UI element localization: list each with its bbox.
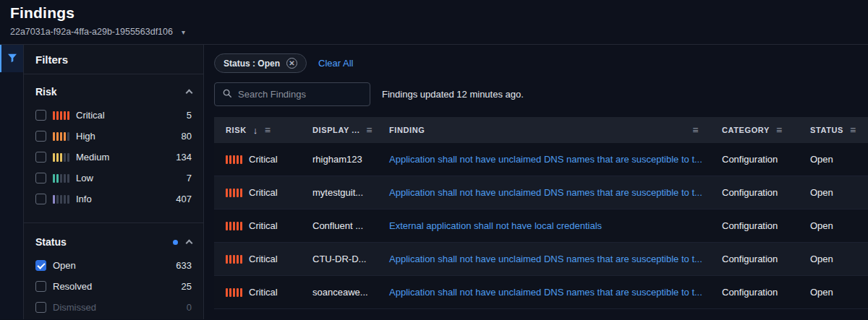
filter-item[interactable]: Dismissed 0 <box>35 297 192 318</box>
filter-item-count: 7 <box>187 173 192 183</box>
risk-cell: Critical <box>214 187 301 198</box>
checkbox[interactable] <box>35 194 46 204</box>
filter-item-count: 5 <box>187 110 192 121</box>
filter-sections: Risk Critical 5 High 80 Medium 134 Low 7… <box>24 74 203 319</box>
checkbox[interactable] <box>35 110 46 121</box>
checkbox[interactable] <box>35 302 46 313</box>
checkbox[interactable] <box>35 173 46 183</box>
status-open-filter-chip[interactable]: Status : Open ✕ <box>214 53 307 73</box>
findings-table: RISK ↓ ≡ DISPLAY ... ≡ FINDING ≡ CATEGOR… <box>214 117 868 309</box>
column-menu-icon[interactable]: ≡ <box>265 124 271 136</box>
remove-filter-icon[interactable]: ✕ <box>286 58 297 69</box>
filter-item[interactable]: Resolved 25 <box>35 276 192 297</box>
column-header-display[interactable]: DISPLAY ... ≡ <box>301 124 378 136</box>
funnel-icon <box>7 52 18 66</box>
column-label: DISPLAY ... <box>312 126 359 134</box>
search-input[interactable] <box>238 89 365 100</box>
risk-cell-label: Critical <box>249 220 278 231</box>
risk-cell: Critical <box>214 220 301 231</box>
column-label: STATUS <box>810 126 843 134</box>
column-menu-icon[interactable]: ≡ <box>692 124 699 136</box>
table-row[interactable]: Critical soanceawe... Application shall … <box>214 276 868 309</box>
table-row[interactable]: Critical mytestguit... Application shall… <box>214 176 868 209</box>
filter-section-title: Status <box>35 236 173 248</box>
column-header-category[interactable]: CATEGORY ≡ <box>710 124 799 136</box>
filter-item-count: 633 <box>176 260 192 271</box>
severity-bars-icon <box>53 132 69 141</box>
finding-link[interactable]: Application shall not have unclaimed DNS… <box>378 287 710 298</box>
column-menu-icon[interactable]: ≡ <box>776 124 783 136</box>
table-row[interactable]: Critical Confluent ... External applicat… <box>214 209 868 243</box>
filter-section: Risk Critical 5 High 80 Medium 134 Low 7… <box>24 74 203 217</box>
checkbox[interactable] <box>35 281 46 292</box>
display-cell: soanceawe... <box>301 287 378 298</box>
filter-item-count: 25 <box>182 281 192 292</box>
column-header-risk[interactable]: RISK ↓ ≡ <box>214 124 301 136</box>
filter-item-count: 0 <box>187 302 192 313</box>
display-cell: rhigham123 <box>301 154 378 165</box>
category-cell: Configuration <box>710 154 799 165</box>
active-filters-row: Status : Open ✕ Clear All <box>214 53 868 73</box>
category-cell: Configuration <box>710 187 799 198</box>
status-cell: Open <box>799 220 868 231</box>
table-row[interactable]: Critical rhigham123 Application shall no… <box>214 143 868 176</box>
search-row: Findings updated 12 minutes ago. <box>214 82 868 106</box>
chevron-up-icon[interactable] <box>186 240 193 247</box>
search-box[interactable] <box>214 82 370 106</box>
checkbox[interactable] <box>35 152 46 163</box>
column-menu-icon[interactable]: ≡ <box>366 124 373 136</box>
finding-link[interactable]: Application shall not have unclaimed DNS… <box>378 187 710 198</box>
chevron-up-icon[interactable] <box>186 90 193 97</box>
left-icon-strip <box>0 45 24 319</box>
status-cell: Open <box>799 187 868 198</box>
severity-bars-icon <box>53 195 69 204</box>
filter-section-title: Risk <box>35 86 187 98</box>
category-cell: Configuration <box>710 254 799 264</box>
filter-item[interactable]: Low 7 <box>35 168 192 189</box>
severity-bars-icon <box>226 288 242 297</box>
risk-cell-label: Critical <box>249 287 278 298</box>
filter-section-header[interactable]: Risk <box>35 77 192 105</box>
column-menu-icon[interactable]: ≡ <box>850 124 856 136</box>
filter-item-count: 134 <box>176 152 192 163</box>
severity-bars-icon <box>53 174 69 183</box>
category-cell: Configuration <box>710 220 799 231</box>
finding-link[interactable]: External application shall not have loca… <box>378 220 710 231</box>
finding-link[interactable]: Application shall not have unclaimed DNS… <box>378 254 710 264</box>
filter-chip-label: Status : Open <box>224 59 280 69</box>
filter-item[interactable]: High 80 <box>35 126 192 147</box>
filter-item-label: High <box>76 131 95 142</box>
filter-item[interactable]: Open 633 <box>35 255 192 276</box>
severity-bars-icon <box>53 111 69 120</box>
clear-all-link[interactable]: Clear All <box>318 58 353 69</box>
category-cell: Configuration <box>710 287 799 298</box>
display-cell: mytestguit... <box>301 187 378 198</box>
filters-toggle-button[interactable] <box>0 45 23 72</box>
column-header-finding[interactable]: FINDING ≡ <box>378 124 710 136</box>
table-header-row: RISK ↓ ≡ DISPLAY ... ≡ FINDING ≡ CATEGOR… <box>214 117 868 143</box>
active-filter-dot <box>173 240 178 245</box>
filter-item-label: Critical <box>76 110 105 121</box>
chevron-down-icon[interactable]: ▾ <box>182 28 185 36</box>
filters-panel: Filters Risk Critical 5 High 80 Medium 1… <box>24 45 204 319</box>
severity-bars-icon <box>226 189 242 197</box>
page-title: Findings <box>10 4 858 22</box>
checkbox[interactable] <box>35 260 46 271</box>
filter-item-label: Low <box>76 173 93 183</box>
status-cell: Open <box>799 287 868 298</box>
filter-item[interactable]: Medium 134 <box>35 147 192 168</box>
filter-item-count: 80 <box>182 131 192 142</box>
filter-item[interactable]: Critical 5 <box>35 105 192 126</box>
filter-section: Status Open 633 Resolved 25 Dismissed 0 <box>24 222 203 319</box>
checkbox[interactable] <box>35 131 46 142</box>
sort-descending-icon[interactable]: ↓ <box>253 125 258 136</box>
filter-item-label: Open <box>53 260 76 271</box>
column-header-status[interactable]: STATUS ≡ <box>799 124 868 136</box>
scope-selector[interactable]: 22a7031a-f92a-4ffa-a29b-1955563df106 ▾ <box>10 27 858 37</box>
filter-item-label: Resolved <box>53 281 92 292</box>
filter-section-header[interactable]: Status <box>35 228 192 255</box>
finding-link[interactable]: Application shall not have unclaimed DNS… <box>378 154 710 165</box>
severity-bars-icon <box>53 153 69 162</box>
filter-item[interactable]: Info 407 <box>35 189 192 209</box>
table-row[interactable]: Critical CTU-DR-D... Application shall n… <box>214 243 868 276</box>
